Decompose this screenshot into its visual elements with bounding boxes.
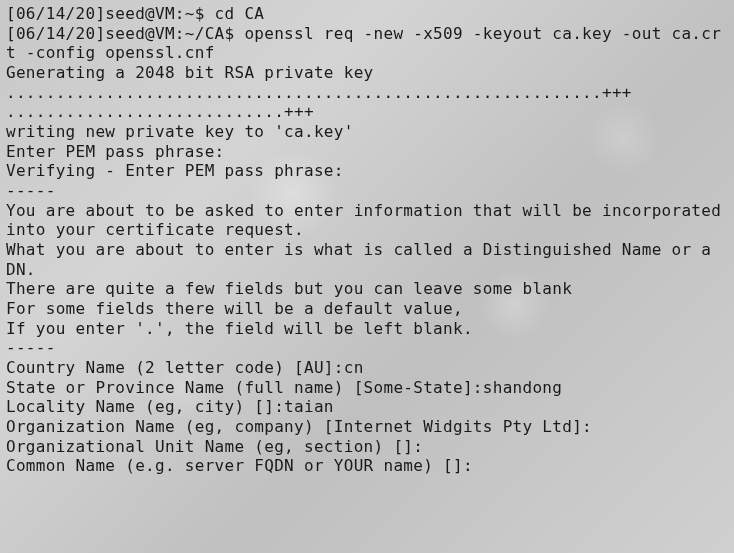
terminal-line: writing new private key to 'ca.key'	[6, 122, 728, 142]
terminal-line: If you enter '.', the field will be left…	[6, 319, 728, 339]
terminal-line: What you are about to enter is what is c…	[6, 240, 728, 279]
terminal-line: Verifying - Enter PEM pass phrase:	[6, 161, 728, 181]
terminal-line: into your certificate request.	[6, 220, 728, 240]
terminal-line: ............................+++	[6, 102, 728, 122]
terminal-line: Common Name (e.g. server FQDN or YOUR na…	[6, 456, 728, 476]
shell-command: cd CA	[215, 4, 265, 23]
terminal-line: [06/14/20]seed@VM:~$ cd CA	[6, 4, 728, 24]
terminal-line: Country Name (2 letter code) [AU]:cn	[6, 358, 728, 378]
terminal-line: You are about to be asked to enter infor…	[6, 201, 728, 221]
terminal-output[interactable]: [06/14/20]seed@VM:~$ cd CA[06/14/20]seed…	[6, 4, 728, 476]
terminal-line: -----	[6, 181, 728, 201]
terminal-line: Organizational Unit Name (eg, section) […	[6, 437, 728, 457]
terminal-line: There are quite a few fields but you can…	[6, 279, 728, 299]
terminal-line: Generating a 2048 bit RSA private key	[6, 63, 728, 83]
terminal-line: Locality Name (eg, city) []:taian	[6, 397, 728, 417]
terminal-line: ........................................…	[6, 83, 728, 103]
terminal-line: Enter PEM pass phrase:	[6, 142, 728, 162]
terminal-line: For some fields there will be a default …	[6, 299, 728, 319]
terminal-line: State or Province Name (full name) [Some…	[6, 378, 728, 398]
shell-prompt: [06/14/20]seed@VM:~/CA$	[6, 24, 244, 43]
terminal-line: Organization Name (eg, company) [Interne…	[6, 417, 728, 437]
terminal-line: [06/14/20]seed@VM:~/CA$ openssl req -new…	[6, 24, 728, 63]
terminal-line: -----	[6, 338, 728, 358]
shell-prompt: [06/14/20]seed@VM:~$	[6, 4, 215, 23]
